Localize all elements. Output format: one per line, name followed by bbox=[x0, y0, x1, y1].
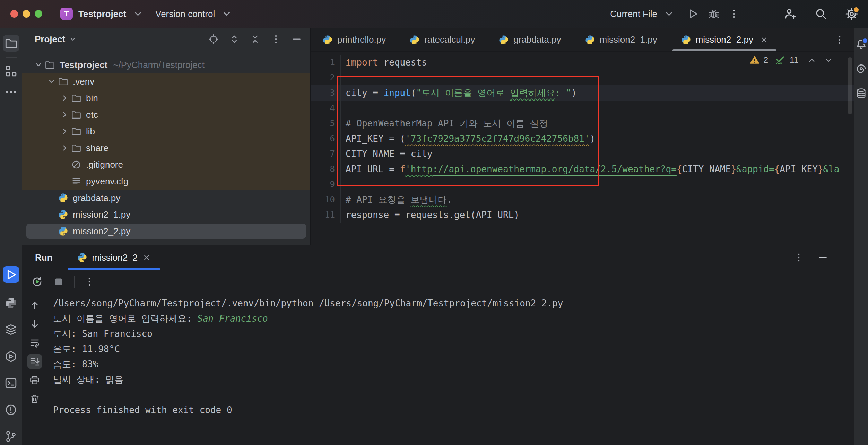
project-panel-title[interactable]: Project bbox=[35, 34, 65, 45]
minimize-window-button[interactable] bbox=[23, 10, 30, 18]
tree-item-.venv[interactable]: .venv bbox=[22, 73, 310, 90]
expand-all-icon[interactable] bbox=[229, 34, 240, 44]
code-line[interactable]: 4 bbox=[311, 101, 854, 116]
close-window-button[interactable] bbox=[10, 10, 18, 18]
line-number: 4 bbox=[311, 101, 340, 116]
tree-item-etc[interactable]: etc bbox=[22, 106, 310, 123]
maximize-window-button[interactable] bbox=[35, 10, 42, 18]
ai-assistant-icon[interactable] bbox=[856, 63, 867, 75]
tree-item-mission2_2.py[interactable]: mission2_2.py bbox=[22, 223, 310, 239]
structure-tool-button[interactable] bbox=[3, 63, 19, 79]
tree-item-share[interactable]: share bbox=[22, 140, 310, 156]
run-configuration-selector[interactable]: Current File bbox=[610, 8, 675, 19]
run-tab[interactable]: mission2_2 bbox=[68, 245, 160, 270]
scroll-to-end-button[interactable] bbox=[27, 354, 42, 369]
project-menu[interactable]: Testproject bbox=[78, 8, 144, 19]
code-line[interactable]: 9 bbox=[311, 177, 854, 192]
code-line[interactable]: 3 city = input("도시 이름을 영어로 입력하세요: ") bbox=[311, 85, 854, 101]
editor[interactable]: 1 import requests 2 3 city = input("도시 이… bbox=[311, 52, 854, 245]
editor-tab-mission2_1.py[interactable]: mission2_1.py bbox=[573, 28, 669, 51]
tree-item-pyvenv.cfg[interactable]: pyvenv.cfg bbox=[22, 173, 310, 190]
run-panel-title[interactable]: Run bbox=[35, 245, 53, 270]
run-console[interactable]: /Users/song/PyCharm/Testproject/.venv/bi… bbox=[47, 294, 854, 445]
debug-button[interactable] bbox=[708, 8, 720, 20]
tree-item-.gitignore[interactable]: .gitignore bbox=[22, 156, 310, 173]
line-number: 2 bbox=[311, 70, 340, 85]
project-tool-window: Project Testproject ~/PyCharm/Testprojec… bbox=[22, 28, 310, 245]
editor-tab-ratecalcul.py[interactable]: ratecalcul.py bbox=[398, 28, 487, 51]
tree-item-grabdata.py[interactable]: grabdata.py bbox=[22, 190, 310, 206]
code-line[interactable]: 5 # OpenWeatherMap API 키와 도시 이름 설정 bbox=[311, 116, 854, 131]
database-icon[interactable] bbox=[856, 88, 867, 99]
project-tool-button[interactable] bbox=[3, 35, 19, 52]
code-line[interactable]: 2 bbox=[311, 70, 854, 85]
inspections-widget[interactable]: 2 11 bbox=[750, 54, 833, 66]
soft-wrap-icon[interactable] bbox=[29, 337, 40, 348]
tree-chevron[interactable] bbox=[46, 77, 58, 86]
tree-chevron[interactable] bbox=[59, 94, 71, 103]
up-stacktrace-icon[interactable] bbox=[29, 300, 40, 311]
search-everywhere-button[interactable] bbox=[815, 8, 827, 20]
close-icon[interactable] bbox=[760, 36, 768, 44]
notifications-button[interactable] bbox=[856, 38, 867, 50]
tree-item-label: lib bbox=[86, 126, 95, 137]
more-tool-windows-button[interactable] bbox=[3, 84, 19, 100]
previous-problem-button[interactable] bbox=[807, 55, 816, 65]
rerun-icon[interactable] bbox=[31, 276, 43, 288]
console-line: 도시: San Francisco bbox=[53, 326, 854, 341]
clear-console-icon[interactable] bbox=[29, 393, 40, 404]
editor-scrollbar[interactable] bbox=[848, 57, 852, 114]
python-packages-icon[interactable] bbox=[5, 350, 17, 363]
run-button[interactable] bbox=[687, 8, 699, 20]
tree-item-mission2_1.py[interactable]: mission2_1.py bbox=[22, 206, 310, 223]
settings-button[interactable] bbox=[845, 7, 858, 20]
run-tool-button[interactable] bbox=[3, 266, 19, 283]
more-vertical-icon[interactable] bbox=[84, 277, 95, 287]
editor-tab-mission2_2.py[interactable]: mission2_2.py bbox=[669, 28, 780, 51]
problems-icon[interactable] bbox=[5, 403, 17, 416]
services-icon[interactable] bbox=[5, 323, 17, 336]
hide-panel-icon[interactable] bbox=[818, 252, 828, 263]
select-opened-file-icon[interactable] bbox=[208, 34, 219, 44]
stop-icon[interactable] bbox=[53, 276, 64, 288]
tree-item-label: grabdata.py bbox=[73, 193, 120, 203]
more-vertical-icon[interactable] bbox=[793, 252, 804, 263]
tree-chevron[interactable] bbox=[33, 60, 44, 69]
more-vertical-icon[interactable] bbox=[271, 34, 281, 44]
close-icon[interactable] bbox=[142, 253, 151, 262]
project-badge: T bbox=[60, 8, 73, 20]
left-tool-stripe bbox=[0, 28, 22, 445]
editor-tab-printhello.py[interactable]: printhello.py bbox=[311, 28, 398, 51]
line-number: 7 bbox=[311, 146, 340, 162]
code-line[interactable]: 10 # API 요청을 보냅니다. bbox=[311, 192, 854, 207]
window-controls bbox=[10, 10, 42, 18]
python-console-icon[interactable] bbox=[5, 297, 17, 309]
code-with-me-button[interactable] bbox=[784, 8, 797, 20]
more-vertical-icon[interactable] bbox=[834, 35, 845, 45]
tree-item-lib[interactable]: lib bbox=[22, 123, 310, 140]
code-line[interactable]: 11 response = requests.get(API_URL) bbox=[311, 207, 854, 222]
hide-panel-icon[interactable] bbox=[292, 34, 302, 44]
tree-item-bin[interactable]: bin bbox=[22, 90, 310, 106]
notification-dot bbox=[862, 37, 868, 44]
terminal-icon[interactable] bbox=[5, 377, 17, 390]
line-number: 5 bbox=[311, 116, 340, 131]
line-number: 1 bbox=[311, 55, 340, 70]
print-icon[interactable] bbox=[29, 375, 40, 386]
git-icon[interactable] bbox=[5, 430, 17, 443]
code-line[interactable]: 8 API_URL = f'http://api.openweathermap.… bbox=[311, 162, 854, 177]
vcs-menu[interactable]: Version control bbox=[155, 8, 232, 19]
tree-item-Testproject[interactable]: Testproject ~/PyCharm/Testproject bbox=[22, 56, 310, 73]
down-stacktrace-icon[interactable] bbox=[29, 319, 40, 330]
code-line[interactable]: 6 API_KEY = ('73fc7929a3775c2f747d96c242… bbox=[311, 131, 854, 146]
checks-passed-icon bbox=[774, 54, 785, 66]
tree-chevron[interactable] bbox=[59, 127, 71, 136]
editor-tab-grabdata.py[interactable]: grabdata.py bbox=[487, 28, 573, 51]
tree-chevron[interactable] bbox=[59, 143, 71, 152]
tree-chevron[interactable] bbox=[59, 110, 71, 119]
code-line[interactable]: 7 CITY_NAME = city bbox=[311, 146, 854, 162]
passed-count: 11 bbox=[790, 55, 798, 65]
next-problem-button[interactable] bbox=[824, 55, 833, 65]
more-run-actions-button[interactable] bbox=[729, 9, 739, 19]
collapse-all-icon[interactable] bbox=[250, 34, 260, 44]
